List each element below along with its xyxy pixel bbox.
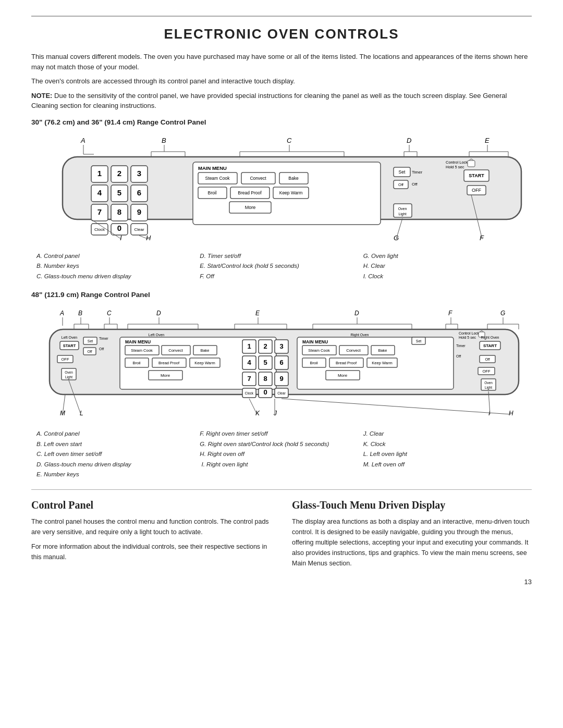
svg-text:E: E: [255, 310, 260, 317]
svg-text:1: 1: [247, 342, 251, 350]
legend-item: I. Right oven light: [200, 460, 363, 470]
svg-text:6: 6: [137, 188, 141, 197]
svg-text:D: D: [354, 310, 359, 317]
svg-text:Light: Light: [65, 375, 72, 379]
section1-title: 30" (76.2 cm) and 36" (91.4 cm) Range Co…: [31, 118, 532, 126]
svg-text:Oven: Oven: [398, 207, 407, 211]
legend-item: H. Right oven off: [200, 449, 363, 460]
svg-text:K: K: [255, 410, 260, 417]
page-title: ELECTRONIC OVEN CONTROLS: [31, 26, 532, 42]
legend-item: G. Oven light: [363, 251, 527, 262]
panel-30-diagram: A B C D E: [31, 133, 532, 248]
legend-48-col1: A. Control panel B. Left oven start C. L…: [36, 429, 200, 480]
svg-text:MAIN MENU: MAIN MENU: [302, 339, 328, 344]
svg-text:Broil: Broil: [132, 361, 140, 365]
svg-text:5: 5: [263, 359, 267, 366]
svg-text:A: A: [59, 310, 64, 317]
legend-30: A. Control panel B. Number keys C. Glass…: [31, 251, 532, 282]
svg-text:1: 1: [97, 169, 102, 178]
svg-text:H: H: [146, 234, 151, 242]
svg-text:Off: Off: [456, 354, 461, 358]
legend-item: G. Right oven start/Control lock (hold 5…: [200, 439, 363, 450]
panel-48-diagram: A B C D E D F G: [31, 306, 532, 426]
label-C-30: C: [287, 137, 292, 144]
svg-text:Broil: Broil: [310, 361, 317, 365]
svg-text:Timer: Timer: [99, 337, 108, 340]
legend-30-col3: G. Oven light H. Clear I. Clock: [363, 251, 527, 282]
legend-item: J. Clear: [363, 429, 527, 439]
svg-text:MAIN MENU: MAIN MENU: [125, 339, 151, 344]
svg-text:OFF: OFF: [483, 369, 491, 374]
control-panel-text1: The control panel houses the control men…: [31, 516, 271, 537]
svg-text:B: B: [78, 310, 82, 317]
svg-text:F: F: [448, 310, 452, 317]
svg-text:Set: Set: [416, 339, 422, 343]
svg-text:4: 4: [97, 188, 102, 197]
svg-text:Off: Off: [87, 350, 92, 353]
svg-line-81: [396, 218, 402, 239]
svg-text:Steam Cook: Steam Cook: [308, 348, 330, 353]
svg-line-218: [249, 399, 257, 414]
legend-item: E. Start/Control lock (hold 5 seconds): [200, 261, 363, 272]
legend-item: K. Clock: [363, 439, 527, 450]
svg-text:Bread Proof: Bread Proof: [158, 361, 180, 365]
svg-text:Oven: Oven: [65, 371, 73, 374]
svg-text:Light: Light: [398, 212, 406, 216]
svg-text:Bake: Bake: [288, 176, 299, 181]
svg-text:Clock: Clock: [94, 227, 105, 232]
top-divider: [31, 16, 532, 17]
control-panel-title: Control Panel: [31, 499, 271, 511]
svg-text:Control Lock: Control Lock: [446, 160, 468, 165]
svg-text:Bake: Bake: [200, 348, 209, 353]
svg-text:J: J: [273, 410, 277, 417]
legend-30-col1: A. Control panel B. Number keys C. Glass…: [36, 251, 200, 282]
svg-text:Light: Light: [485, 386, 492, 390]
legend-48: A. Control panel B. Left oven start C. L…: [31, 429, 532, 480]
bottom-sections: Control Panel The control panel houses t…: [31, 490, 532, 573]
svg-text:0: 0: [263, 388, 267, 396]
label-E-30: E: [485, 137, 489, 144]
section2-title: 48" (121.9 cm) Range Control Panel: [31, 291, 532, 299]
intro-paragraph-1: This manual covers different models. The…: [31, 52, 532, 72]
legend-30-col2: D. Timer set/off E. Start/Control lock (…: [200, 251, 363, 282]
svg-text:9: 9: [279, 375, 283, 382]
legend-48-col2: F. Right oven timer set/off G. Right ove…: [200, 429, 363, 480]
svg-text:8: 8: [117, 207, 121, 216]
svg-text:I: I: [488, 410, 491, 417]
svg-text:Keep Warm: Keep Warm: [372, 361, 392, 365]
svg-text:Bake: Bake: [378, 348, 387, 353]
intro-paragraph-2: The oven's controls are accessed through…: [31, 76, 532, 87]
svg-text:D: D: [156, 310, 161, 317]
svg-text:Clear: Clear: [134, 227, 144, 232]
svg-text:Keep Warm: Keep Warm: [194, 361, 215, 365]
panel-30-svg: A B C D E: [31, 133, 532, 248]
svg-text:Set: Set: [88, 339, 93, 343]
svg-text:Oven: Oven: [484, 381, 493, 385]
legend-item: C. Glass-touch menu driven display: [36, 272, 200, 282]
legend-item: C. Left oven timer set/off: [36, 449, 200, 460]
svg-text:More: More: [338, 373, 348, 378]
svg-text:6: 6: [279, 359, 283, 366]
svg-text:Convect: Convect: [250, 176, 266, 181]
note-body: Due to the sensitivity of the control pa…: [31, 92, 507, 110]
note-paragraph: NOTE: Due to the sensitivity of the cont…: [31, 91, 532, 111]
svg-text:OFF: OFF: [62, 357, 69, 362]
svg-text:MAIN MENU: MAIN MENU: [198, 165, 227, 171]
note-label: NOTE:: [31, 92, 52, 100]
svg-text:0: 0: [117, 224, 121, 232]
svg-text:G: G: [500, 310, 505, 317]
legend-item: B. Number keys: [36, 261, 200, 272]
svg-text:C: C: [107, 310, 112, 317]
svg-text:Convect: Convect: [168, 348, 183, 353]
svg-text:G: G: [394, 234, 399, 242]
legend-item: M. Left oven off: [363, 460, 527, 470]
legend-item: E. Number keys: [36, 470, 200, 480]
svg-text:Control Lock: Control Lock: [459, 331, 480, 335]
page-number: 13: [31, 578, 532, 586]
control-panel-section: Control Panel The control panel houses t…: [31, 499, 271, 573]
svg-rect-70: [468, 161, 475, 167]
svg-text:Left Oven: Left Oven: [149, 333, 164, 337]
legend-48-col3: J. Clear K. Clock L. Left oven light M. …: [363, 429, 527, 480]
legend-item: D. Timer set/off: [200, 251, 363, 262]
label-D-30: D: [407, 137, 411, 144]
